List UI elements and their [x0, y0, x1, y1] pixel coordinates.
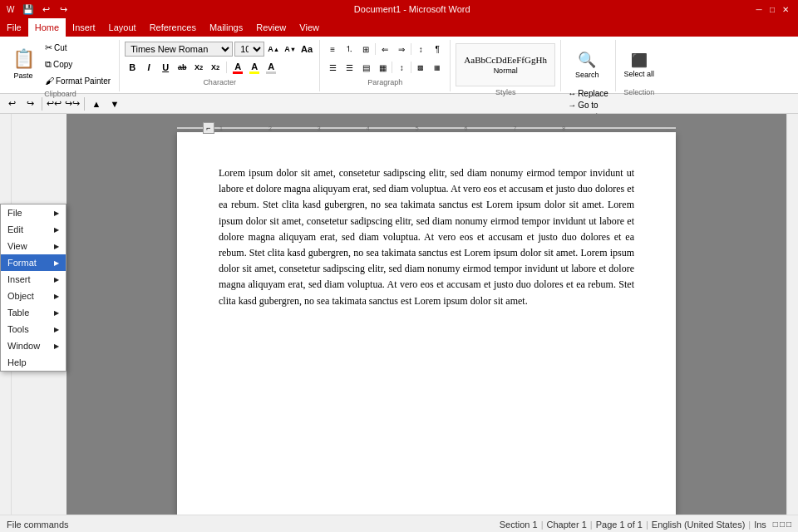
menu-mailings[interactable]: Mailings — [203, 18, 249, 37]
numbering-btn[interactable]: ⒈ — [342, 42, 357, 57]
menu-view[interactable]: View — [293, 18, 326, 37]
select-all-btn[interactable]: ⬛ Select all — [621, 43, 658, 86]
ctx-file[interactable]: File ▶ — [1, 204, 66, 221]
paste-label: Paste — [13, 71, 32, 80]
subscript-btn[interactable]: X2 — [191, 60, 206, 75]
menu-home[interactable]: Home — [28, 18, 66, 37]
menu-references[interactable]: References — [143, 18, 203, 37]
copy-label: Copy — [53, 60, 72, 69]
paste-button[interactable]: 📋 Paste — [7, 42, 40, 86]
ctx-help[interactable]: Help — [1, 354, 66, 371]
ruler-mark-7: 7 — [513, 126, 516, 131]
search-inner: 🔍 Search ↔ Replace → Go to — [566, 40, 610, 111]
font-size-select[interactable]: 10 — [234, 42, 264, 57]
ctx-window[interactable]: Window ▶ — [1, 337, 66, 354]
font-color-btn[interactable]: A — [230, 60, 245, 75]
redo-multiple-btn[interactable]: ↪↪ — [64, 96, 81, 112]
multilevel-btn[interactable]: ⊞ — [358, 42, 373, 57]
ctx-edit-arrow: ▶ — [54, 226, 59, 234]
change-case-btn[interactable]: Aa — [299, 42, 314, 57]
show-marks-btn[interactable]: ¶ — [430, 42, 445, 57]
highlight-btn[interactable]: A — [247, 60, 262, 75]
highlight-icon: A — [251, 62, 258, 71]
ctx-tools-arrow: ▶ — [54, 326, 59, 333]
para-sep2 — [411, 43, 411, 55]
font-row1: Times New Roman 10 A▲ A▼ Aa — [125, 42, 314, 57]
ruler-mark-6: 6 — [465, 126, 468, 131]
tab-stop-indicator[interactable]: ⌐ — [203, 122, 214, 134]
clear-format-btn[interactable]: A — [264, 60, 278, 75]
replace-btn[interactable]: ↔ Replace — [566, 88, 610, 99]
ruler-mark-4: 4 — [367, 126, 370, 131]
cut-button[interactable]: ✂ Cut — [42, 40, 114, 56]
menu-review[interactable]: Review — [249, 18, 293, 37]
shading-btn[interactable]: ▩ — [413, 60, 428, 75]
copy-button[interactable]: ⧉ Copy — [42, 57, 114, 72]
para-sep3 — [392, 62, 392, 73]
minimize-btn[interactable]: ─ — [753, 3, 765, 15]
goto-btn[interactable]: → Go to — [566, 100, 610, 111]
shrink-font-btn[interactable]: A▼ — [283, 42, 298, 57]
menu-file[interactable]: File — [0, 18, 28, 37]
horizontal-ruler: 1 2 3 4 5 6 7 8 ⌐ — [177, 127, 676, 129]
border-btn[interactable]: ▦ — [430, 60, 445, 75]
document-page[interactable]: Lorem ipsum dolor sit amet, consetetur s… — [177, 132, 676, 515]
ctx-edit[interactable]: Edit ▶ — [1, 221, 66, 238]
save-quick-btn[interactable]: 💾 — [21, 2, 36, 17]
up-btn[interactable]: ▲ — [88, 96, 105, 112]
format-painter-button[interactable]: 🖌 Format Painter — [42, 73, 114, 88]
ctx-tools[interactable]: Tools ▶ — [1, 321, 66, 337]
right-scrollbar[interactable] — [786, 114, 798, 515]
sort-btn[interactable]: ↕ — [413, 42, 428, 57]
ctx-format[interactable]: Format ▶ — [1, 254, 66, 271]
find-btn[interactable]: 🔍 Search — [566, 43, 608, 86]
para-row2: ☰ ☰ ▤ ▦ ↕ ▩ ▦ — [325, 60, 445, 75]
app-icon: W — [7, 5, 14, 14]
underline-btn[interactable]: U — [158, 60, 173, 75]
outdent-btn[interactable]: ⇐ — [377, 42, 392, 57]
paragraph-controls: ≡ ⒈ ⊞ ⇐ ⇒ ↕ ¶ ☰ ☰ ▤ ▦ ↕ — [325, 40, 445, 76]
redo-quick-btn[interactable]: ↪ — [56, 2, 71, 17]
italic-btn[interactable]: I — [141, 60, 156, 75]
undo-btn[interactable]: ↩ — [3, 96, 20, 112]
undo-quick-btn[interactable]: ↩ — [38, 2, 53, 17]
align-left-btn[interactable]: ☰ — [325, 60, 340, 75]
bullets-btn[interactable]: ≡ — [325, 42, 340, 57]
ctx-view-arrow: ▶ — [54, 243, 59, 250]
menu-layout[interactable]: Layout — [102, 18, 143, 37]
cut-label: Cut — [54, 43, 67, 52]
status-bar: File commands Section 1 | Chapter 1 | Pa… — [0, 515, 798, 532]
superscript-btn[interactable]: X2 — [208, 60, 223, 75]
line-spacing-btn[interactable]: ↕ — [394, 60, 409, 75]
clear-format-bar — [266, 71, 276, 74]
justify-btn[interactable]: ▦ — [375, 60, 390, 75]
indent-btn[interactable]: ⇒ — [394, 42, 409, 57]
font-name-select[interactable]: Times New Roman — [125, 42, 233, 57]
style-normal[interactable]: AaBbCcDdEeFfGgHh Normal — [464, 55, 547, 75]
strikethrough-btn[interactable]: ab — [175, 60, 190, 75]
search-icon: 🔍 — [578, 51, 596, 69]
redo-btn[interactable]: ↪ — [22, 96, 38, 112]
goto-icon: → — [568, 101, 576, 110]
ctx-insert[interactable]: Insert ▶ — [1, 271, 66, 288]
bold-btn[interactable]: B — [125, 60, 140, 75]
maximize-btn[interactable]: □ — [766, 3, 778, 15]
ctx-view[interactable]: View ▶ — [1, 238, 66, 254]
menu-bar: File Home Insert Layout References Maili… — [0, 18, 798, 37]
close-btn[interactable]: ✕ — [780, 3, 791, 15]
ctx-object[interactable]: Object ▶ — [1, 288, 66, 304]
grow-font-btn[interactable]: A▲ — [266, 42, 281, 57]
align-center-btn[interactable]: ☰ — [342, 60, 357, 75]
ruler-mark-3: 3 — [318, 126, 321, 131]
down-btn[interactable]: ▼ — [106, 96, 123, 112]
status-icons: □ □ □ — [773, 520, 791, 529]
menu-insert[interactable]: Insert — [66, 18, 102, 37]
status-icon3: □ — [786, 520, 791, 529]
undo-multiple-btn[interactable]: ↩↩ — [46, 96, 62, 112]
align-right-btn[interactable]: ▤ — [358, 60, 373, 75]
styles-inner: AaBbCcDdEeFfGgHh Normal — [456, 40, 555, 86]
tb3-sep2 — [84, 97, 85, 111]
ctx-tools-label: Tools — [7, 324, 29, 334]
ctx-table[interactable]: Table ▶ — [1, 304, 66, 321]
ctx-edit-label: Edit — [7, 224, 23, 234]
